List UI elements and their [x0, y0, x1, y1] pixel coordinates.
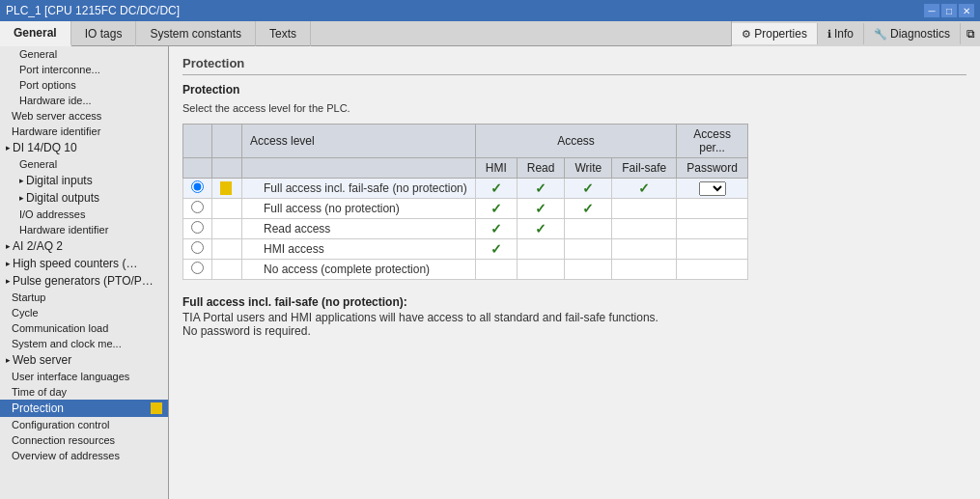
row2-read-check: ✓ [535, 201, 546, 216]
sidebar-item-overview-addresses[interactable]: Overview of addresses [0, 448, 168, 463]
ws-label: Web server [13, 353, 71, 367]
tab-texts[interactable]: Texts [256, 21, 311, 46]
pg-label: Pulse generators (PTO/P… [13, 274, 154, 288]
col-sub-empty [242, 158, 476, 179]
row3-write [565, 219, 612, 239]
row1-radio-cell[interactable] [183, 179, 212, 199]
title-controls: ─ □ ✕ [924, 4, 974, 17]
hsc-label: High speed counters (… [13, 257, 137, 270]
col-sub-tag [212, 158, 242, 179]
sidebar-item-digital-outputs[interactable]: ▸ Digital outputs [0, 189, 168, 207]
digital-outputs-arrow: ▸ [19, 193, 24, 203]
row5-label[interactable]: No access (complete protection) [242, 260, 476, 280]
row1-radio[interactable] [191, 180, 204, 193]
row3-label[interactable]: Read access [242, 219, 476, 239]
row2-tag-cell [212, 199, 242, 219]
col-access-level-header: Access level [242, 125, 476, 158]
row4-radio-cell[interactable] [183, 239, 212, 260]
desc-line1: TIA Portal users and HMI applications wi… [182, 311, 966, 324]
sidebar-item-di-general[interactable]: General [0, 156, 168, 172]
tab-general[interactable]: General [0, 21, 71, 46]
sidebar-item-port-options[interactable]: Port options [0, 77, 168, 93]
table-row: Full access incl. fail-safe (no protecti… [183, 179, 748, 199]
desc-title: Full access incl. fail-safe (no protecti… [182, 295, 966, 309]
row2-radio-cell[interactable] [183, 199, 212, 219]
sidebar-item-connection-resources[interactable]: Connection resources [0, 432, 168, 448]
sidebar-item-configuration-control[interactable]: Configuration control [0, 417, 168, 432]
row2-hmi-check: ✓ [490, 201, 502, 216]
protection-yellow-mark [151, 402, 162, 414]
ws-arrow: ▸ [6, 355, 11, 365]
row3-hmi-check: ✓ [490, 221, 502, 236]
info-icon: ℹ [827, 28, 831, 41]
col-access-per-header: Access per... [677, 125, 748, 158]
inspector-tab-properties[interactable]: ⚙ Properties [732, 23, 818, 44]
row4-failsafe [612, 239, 677, 260]
row1-label[interactable]: Full access incl. fail-safe (no protecti… [242, 179, 476, 199]
sidebar-item-web-server-access[interactable]: Web server access [0, 108, 168, 124]
close-button[interactable]: ✕ [959, 4, 974, 17]
sidebar-item-io-addresses[interactable]: I/O addresses [0, 207, 168, 222]
sidebar-item-user-interface-lang[interactable]: User interface languages [0, 369, 168, 384]
content-area: Protection Protection Select the access … [169, 46, 980, 499]
sidebar-item-digital-inputs[interactable]: ▸ Digital inputs [0, 172, 168, 189]
row4-password [677, 239, 748, 260]
digital-inputs-arrow: ▸ [19, 176, 24, 185]
sidebar-item-ai2aq2[interactable]: ▸ AI 2/AQ 2 [0, 237, 168, 255]
sidebar-item-hardware-identifier[interactable]: Hardware identifier [0, 124, 168, 139]
sidebar-item-high-speed-counters[interactable]: ▸ High speed counters (… [0, 255, 168, 272]
row4-label[interactable]: HMI access [242, 239, 476, 260]
row5-radio-cell[interactable] [183, 260, 212, 280]
row3-read: ✓ [517, 219, 565, 239]
row4-read [517, 239, 565, 260]
inspector-tab-diagnostics[interactable]: 🔧 Diagnostics [864, 23, 961, 44]
table-row: HMI access ✓ [183, 239, 748, 260]
row3-read-check: ✓ [535, 221, 546, 236]
minimize-button[interactable]: ─ [924, 4, 939, 17]
sidebar-item-di14dq10[interactable]: ▸ DI 14/DQ 10 [0, 139, 168, 156]
col-sub-failsafe: Fail-safe [612, 158, 677, 179]
sidebar-item-general[interactable]: General [0, 46, 168, 62]
row3-hmi: ✓ [475, 219, 517, 239]
row3-radio[interactable] [191, 221, 204, 234]
row4-tag-cell [212, 239, 242, 260]
table-row: Full access (no protection) ✓ ✓ ✓ [183, 199, 748, 219]
col-sub-radio [183, 158, 212, 179]
sidebar-item-port-interconn[interactable]: Port interconne... [0, 62, 168, 77]
tab-io-tags[interactable]: IO tags [71, 21, 137, 46]
row2-label[interactable]: Full access (no protection) [242, 199, 476, 219]
sidebar-item-startup[interactable]: Startup [0, 290, 168, 305]
inspector-tab-info[interactable]: ℹ Info [818, 23, 864, 44]
main-tabs: General IO tags System constants Texts [0, 21, 311, 46]
restore-button[interactable]: □ [941, 4, 957, 17]
sidebar-item-hw-identifier2[interactable]: Hardware identifier [0, 222, 168, 237]
row3-radio-cell[interactable] [183, 219, 212, 239]
row5-write [565, 260, 612, 280]
row4-radio[interactable] [191, 241, 204, 254]
properties-icon: ⚙ [742, 28, 751, 41]
sidebar-item-system-clock[interactable]: System and clock me... [0, 336, 168, 351]
tab-system-constants[interactable]: System constants [136, 21, 256, 46]
main-layout: General Port interconne... Port options … [0, 46, 980, 499]
row1-password-select[interactable] [699, 181, 726, 196]
row1-hmi-check: ✓ [490, 180, 502, 196]
sidebar-item-cycle[interactable]: Cycle [0, 305, 168, 320]
sidebar-item-protection[interactable]: Protection [0, 400, 168, 417]
row5-radio[interactable] [191, 262, 204, 274]
access-table: Access level Access Access per... HMI Re… [182, 124, 748, 280]
diagnostics-icon: 🔧 [874, 28, 887, 41]
row2-hmi: ✓ [475, 199, 517, 219]
sidebar-item-web-server[interactable]: ▸ Web server [0, 351, 168, 369]
row1-password[interactable] [677, 179, 748, 199]
row2-write-check: ✓ [582, 201, 594, 216]
row4-write [565, 239, 612, 260]
sidebar-item-communication-load[interactable]: Communication load [0, 320, 168, 336]
row2-failsafe [612, 199, 677, 219]
sidebar-item-hardware-ide[interactable]: Hardware ide... [0, 93, 168, 108]
inspector-tabs: ⚙ Properties ℹ Info 🔧 Diagnostics ⧉ [731, 21, 980, 46]
inspector-undock-button[interactable]: ⧉ [961, 27, 980, 41]
title-label: PLC_1 [CPU 1215FC DC/DC/DC] [6, 4, 180, 17]
row2-radio[interactable] [191, 201, 204, 213]
sidebar-item-time-of-day[interactable]: Time of day [0, 384, 168, 400]
sidebar-item-pulse-generators[interactable]: ▸ Pulse generators (PTO/P… [0, 272, 168, 290]
